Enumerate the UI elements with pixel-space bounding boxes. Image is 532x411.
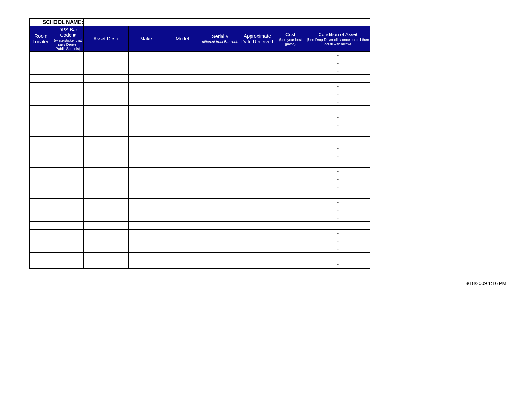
cell-cost[interactable] xyxy=(275,137,306,144)
cell-make[interactable] xyxy=(128,67,164,75)
cell-barcode[interactable] xyxy=(53,175,83,183)
cell-make[interactable] xyxy=(128,152,164,160)
cell-barcode[interactable] xyxy=(53,183,83,191)
cell-model[interactable] xyxy=(164,237,201,245)
cell-make[interactable] xyxy=(128,183,164,191)
cell-make[interactable] xyxy=(128,113,164,121)
cell-serial[interactable] xyxy=(201,253,240,260)
cell-barcode[interactable] xyxy=(53,230,83,237)
cell-serial[interactable] xyxy=(201,230,240,237)
cell-date-received[interactable] xyxy=(240,113,275,121)
cell-model[interactable] xyxy=(164,253,201,260)
cell-model[interactable] xyxy=(164,222,201,230)
cell-make[interactable] xyxy=(128,260,164,269)
cell-room[interactable] xyxy=(29,67,53,75)
cell-asset-desc[interactable] xyxy=(83,152,128,160)
cell-serial[interactable] xyxy=(201,199,240,206)
cell-serial[interactable] xyxy=(201,191,240,199)
cell-cost[interactable] xyxy=(275,230,306,237)
cell-cost[interactable] xyxy=(275,59,306,67)
cell-make[interactable] xyxy=(128,52,164,59)
cell-make[interactable] xyxy=(128,214,164,222)
cell-serial[interactable] xyxy=(201,183,240,191)
cell-date-received[interactable] xyxy=(240,160,275,168)
cell-date-received[interactable] xyxy=(240,129,275,137)
cell-serial[interactable] xyxy=(201,144,240,152)
cell-room[interactable] xyxy=(29,222,53,230)
cell-asset-desc[interactable] xyxy=(83,75,128,83)
cell-barcode[interactable] xyxy=(53,214,83,222)
cell-serial[interactable] xyxy=(201,90,240,98)
cell-condition[interactable]: - xyxy=(306,160,370,168)
cell-cost[interactable] xyxy=(275,67,306,75)
cell-cost[interactable] xyxy=(275,113,306,121)
cell-model[interactable] xyxy=(164,260,201,269)
cell-cost[interactable] xyxy=(275,214,306,222)
cell-model[interactable] xyxy=(164,75,201,83)
cell-room[interactable] xyxy=(29,230,53,237)
cell-asset-desc[interactable] xyxy=(83,52,128,59)
cell-condition[interactable]: - xyxy=(306,183,370,191)
cell-condition[interactable]: - xyxy=(306,260,370,269)
cell-barcode[interactable] xyxy=(53,152,83,160)
cell-room[interactable] xyxy=(29,260,53,269)
cell-serial[interactable] xyxy=(201,98,240,106)
cell-make[interactable] xyxy=(128,137,164,144)
cell-model[interactable] xyxy=(164,175,201,183)
cell-room[interactable] xyxy=(29,206,53,214)
cell-condition[interactable]: - xyxy=(306,83,370,90)
cell-barcode[interactable] xyxy=(53,67,83,75)
cell-date-received[interactable] xyxy=(240,199,275,206)
cell-barcode[interactable] xyxy=(53,206,83,214)
cell-make[interactable] xyxy=(128,237,164,245)
cell-asset-desc[interactable] xyxy=(83,260,128,269)
cell-model[interactable] xyxy=(164,183,201,191)
cell-asset-desc[interactable] xyxy=(83,113,128,121)
cell-asset-desc[interactable] xyxy=(83,214,128,222)
cell-date-received[interactable] xyxy=(240,83,275,90)
school-name-field[interactable] xyxy=(83,18,370,26)
cell-date-received[interactable] xyxy=(240,59,275,67)
cell-make[interactable] xyxy=(128,106,164,113)
cell-model[interactable] xyxy=(164,191,201,199)
cell-date-received[interactable] xyxy=(240,90,275,98)
cell-room[interactable] xyxy=(29,90,53,98)
cell-date-received[interactable] xyxy=(240,106,275,113)
cell-room[interactable] xyxy=(29,113,53,121)
cell-condition[interactable]: - xyxy=(306,113,370,121)
cell-condition[interactable]: - xyxy=(306,152,370,160)
cell-condition[interactable]: - xyxy=(306,90,370,98)
cell-barcode[interactable] xyxy=(53,121,83,129)
cell-barcode[interactable] xyxy=(53,113,83,121)
cell-condition[interactable]: - xyxy=(306,98,370,106)
cell-cost[interactable] xyxy=(275,183,306,191)
cell-make[interactable] xyxy=(128,230,164,237)
cell-model[interactable] xyxy=(164,137,201,144)
cell-make[interactable] xyxy=(128,206,164,214)
cell-room[interactable] xyxy=(29,106,53,113)
cell-model[interactable] xyxy=(164,59,201,67)
cell-model[interactable] xyxy=(164,113,201,121)
cell-make[interactable] xyxy=(128,253,164,260)
cell-date-received[interactable] xyxy=(240,152,275,160)
cell-model[interactable] xyxy=(164,245,201,253)
cell-date-received[interactable] xyxy=(240,214,275,222)
cell-model[interactable] xyxy=(164,230,201,237)
cell-condition[interactable]: - xyxy=(306,230,370,237)
cell-date-received[interactable] xyxy=(240,206,275,214)
cell-barcode[interactable] xyxy=(53,168,83,175)
cell-make[interactable] xyxy=(128,83,164,90)
cell-barcode[interactable] xyxy=(53,83,83,90)
cell-condition[interactable]: - xyxy=(306,137,370,144)
cell-date-received[interactable] xyxy=(240,260,275,269)
cell-cost[interactable] xyxy=(275,98,306,106)
cell-cost[interactable] xyxy=(275,90,306,98)
cell-barcode[interactable] xyxy=(53,90,83,98)
cell-barcode[interactable] xyxy=(53,144,83,152)
cell-room[interactable] xyxy=(29,98,53,106)
cell-serial[interactable] xyxy=(201,237,240,245)
cell-serial[interactable] xyxy=(201,152,240,160)
cell-room[interactable] xyxy=(29,214,53,222)
cell-model[interactable] xyxy=(164,83,201,90)
cell-cost[interactable] xyxy=(275,222,306,230)
